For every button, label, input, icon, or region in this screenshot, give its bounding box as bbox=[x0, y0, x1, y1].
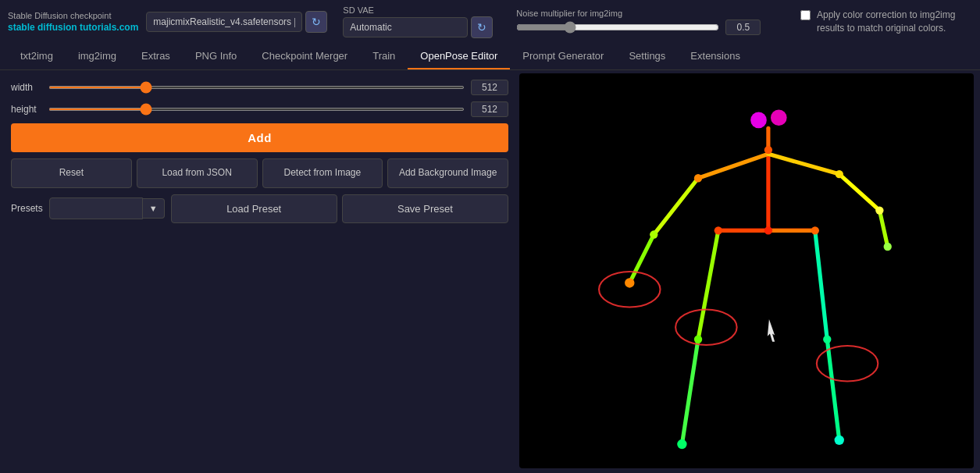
tab-prompt-generator[interactable]: Prompt Generator bbox=[510, 44, 616, 69]
pose-canvas bbox=[519, 73, 974, 468]
svg-point-20 bbox=[650, 230, 657, 238]
vae-refresh-icon: ↻ bbox=[477, 21, 486, 34]
tab-checkpoint-merger[interactable]: Checkpoint Merger bbox=[249, 44, 360, 69]
svg-point-1 bbox=[750, 112, 767, 129]
svg-point-2 bbox=[771, 109, 787, 126]
checkpoint-logo: stable diffusion tutorials.com bbox=[8, 22, 138, 33]
tab-txt2img[interactable]: txt2img bbox=[8, 44, 66, 69]
checkpoint-refresh-button[interactable]: ↻ bbox=[305, 11, 327, 33]
width-value-input[interactable] bbox=[471, 80, 508, 95]
width-slider[interactable] bbox=[48, 86, 465, 89]
noise-label: Noise multiplier for img2img bbox=[516, 9, 793, 18]
reset-button[interactable]: Reset bbox=[11, 158, 132, 188]
refresh-icon: ↻ bbox=[312, 16, 321, 28]
svg-point-27 bbox=[823, 336, 831, 343]
svg-point-22 bbox=[625, 278, 634, 287]
presets-dropdown-wrapper: ▼ bbox=[49, 197, 165, 219]
noise-section: Noise multiplier for img2img bbox=[516, 9, 793, 35]
svg-point-26 bbox=[694, 336, 702, 343]
openpose-canvas-panel[interactable] bbox=[519, 73, 974, 468]
height-value-input[interactable] bbox=[471, 101, 508, 117]
vae-refresh-button[interactable]: ↻ bbox=[471, 16, 493, 38]
vae-section: SD VAE Automatic ↻ bbox=[343, 5, 493, 38]
add-background-button[interactable]: Add Background Image bbox=[387, 158, 508, 188]
checkpoint-dropdown-wrapper: majicmixRealistic_v4.safetensors [d819c8… bbox=[146, 11, 327, 33]
vae-dropdown-wrapper: Automatic ↻ bbox=[343, 16, 493, 38]
main-content: width height Add Reset Load from JSON De… bbox=[0, 70, 980, 471]
tab-img2img[interactable]: img2img bbox=[66, 44, 129, 69]
presets-label: Presets bbox=[11, 203, 43, 214]
svg-point-28 bbox=[677, 439, 686, 449]
svg-point-30 bbox=[764, 146, 772, 154]
top-bar: Stable Diffusion checkpoint stable diffu… bbox=[0, 0, 980, 44]
presets-dropdown-arrow[interactable]: ▼ bbox=[143, 198, 165, 219]
svg-point-29 bbox=[835, 436, 844, 445]
tab-extensions[interactable]: Extensions bbox=[678, 44, 753, 69]
vae-dropdown[interactable]: Automatic bbox=[343, 17, 468, 37]
checkpoint-dropdown[interactable]: majicmixRealistic_v4.safetensors [d819c8… bbox=[146, 12, 302, 32]
checkpoint-label: Stable Diffusion checkpoint bbox=[8, 11, 138, 20]
svg-point-23 bbox=[884, 243, 892, 251]
load-preset-button[interactable]: Load Preset bbox=[171, 194, 337, 223]
tab-train[interactable]: Train bbox=[360, 44, 408, 69]
vae-label: SD VAE bbox=[343, 5, 493, 15]
save-preset-button[interactable]: Save Preset bbox=[342, 194, 508, 223]
tab-settings[interactable]: Settings bbox=[616, 44, 678, 69]
color-correction-section: Apply color correction to img2img result… bbox=[800, 9, 972, 35]
noise-slider[interactable] bbox=[516, 21, 719, 34]
tab-bar: txt2img img2img Extras PNG Info Checkpoi… bbox=[0, 44, 980, 70]
detect-image-button[interactable]: Detect from Image bbox=[262, 158, 383, 188]
height-row: height bbox=[11, 101, 508, 117]
action-buttons-grid: Reset Load from JSON Detect from Image A… bbox=[11, 158, 508, 188]
color-correction-text: Apply color correction to img2img result… bbox=[817, 9, 972, 35]
tab-openpose-editor[interactable]: OpenPose Editor bbox=[408, 44, 510, 69]
load-json-button[interactable]: Load from JSON bbox=[137, 158, 258, 188]
presets-select[interactable] bbox=[49, 197, 143, 219]
svg-point-21 bbox=[875, 206, 883, 214]
left-panel: width height Add Reset Load from JSON De… bbox=[0, 70, 519, 471]
noise-value-input[interactable] bbox=[725, 20, 761, 35]
presets-row: Presets ▼ Load Preset Save Preset bbox=[11, 194, 508, 223]
svg-point-19 bbox=[836, 170, 843, 178]
svg-point-18 bbox=[694, 174, 702, 182]
checkpoint-section: Stable Diffusion checkpoint stable diffu… bbox=[8, 11, 138, 33]
noise-slider-row bbox=[516, 20, 793, 35]
preset-buttons: Load Preset Save Preset bbox=[171, 194, 508, 223]
width-label: width bbox=[11, 82, 42, 93]
tab-png-info[interactable]: PNG Info bbox=[183, 44, 249, 69]
svg-point-24 bbox=[715, 226, 722, 234]
svg-point-25 bbox=[811, 226, 819, 234]
svg-rect-0 bbox=[541, 73, 953, 468]
svg-point-31 bbox=[764, 226, 772, 234]
color-correction-checkbox[interactable] bbox=[800, 10, 811, 20]
tab-extras[interactable]: Extras bbox=[129, 44, 183, 69]
width-row: width bbox=[11, 80, 508, 95]
height-label: height bbox=[11, 104, 42, 115]
add-button[interactable]: Add bbox=[11, 123, 508, 152]
height-slider[interactable] bbox=[48, 108, 465, 111]
